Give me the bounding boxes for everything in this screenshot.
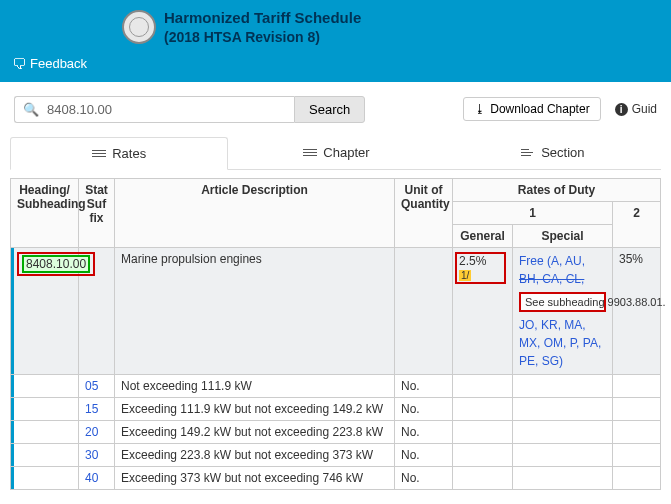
cell-special xyxy=(512,420,612,443)
list-icon xyxy=(303,149,317,156)
table-header-row-1: Heading/ Subheading Stat Suf fix Article… xyxy=(11,178,661,201)
search-input[interactable] xyxy=(45,101,286,118)
tariff-table: Heading/ Subheading Stat Suf fix Article… xyxy=(10,178,661,490)
th-unit: Unit of Quantity xyxy=(394,178,452,247)
cell-description: Marine propulsion engines xyxy=(115,247,395,374)
cell-unit: No. xyxy=(394,397,452,420)
general-value: 2.5% xyxy=(459,254,486,268)
th-description: Article Description xyxy=(115,178,395,247)
search-icon: 🔍 xyxy=(23,102,39,117)
cell-col2 xyxy=(612,397,660,420)
th-suffix: Stat Suf fix xyxy=(79,178,115,247)
cell-heading xyxy=(11,397,79,420)
search-button[interactable]: Search xyxy=(294,96,365,123)
list-icon xyxy=(92,150,106,157)
cell-special: Free (A, AU, BH, CA, CL, See subheading … xyxy=(512,247,612,374)
cell-description: Exceeding 149.2 kW but not exceeding 223… xyxy=(115,420,395,443)
search-group: 🔍 Search xyxy=(14,96,365,123)
cell-unit: No. xyxy=(394,420,452,443)
cell-unit: No. xyxy=(394,374,452,397)
content-area: Heading/ Subheading Stat Suf fix Article… xyxy=(0,170,671,502)
special-text: MX, OM, P, PA, xyxy=(519,334,606,352)
subheading-note: See subheading 9903.88.01. xyxy=(519,292,606,312)
tab-chapter[interactable]: Chapter xyxy=(228,137,444,169)
toolbar: 🔍 Search ⭳ Download Chapter i Guid xyxy=(0,82,671,131)
guide-link[interactable]: i Guid xyxy=(615,102,657,116)
cell-unit: No. xyxy=(394,466,452,489)
cell-description: Exceeding 373 kW but not exceeding 746 k… xyxy=(115,466,395,489)
tab-bar: Rates Chapter Section xyxy=(10,137,661,170)
seal-icon xyxy=(122,10,156,44)
feedback-link[interactable]: 🗨 Feedback xyxy=(12,56,87,72)
special-text: PE, SG) xyxy=(519,352,606,370)
cell-unit: No. xyxy=(394,443,452,466)
special-text: Free (A, AU, xyxy=(519,252,606,270)
feedback-label: Feedback xyxy=(30,56,87,71)
th-special: Special xyxy=(512,224,612,247)
cell-heading xyxy=(11,443,79,466)
th-col2: 2 xyxy=(612,201,660,247)
cell-special xyxy=(512,374,612,397)
tab-chapter-label: Chapter xyxy=(323,145,369,160)
cell-col2: 35% xyxy=(612,247,660,374)
th-heading: Heading/ Subheading xyxy=(11,178,79,247)
tab-rates[interactable]: Rates xyxy=(10,137,228,170)
special-text: BH, CA, CL, xyxy=(519,270,606,288)
page-title: Harmonized Tariff Schedule (2018 HTSA Re… xyxy=(164,8,361,46)
cell-general xyxy=(452,466,512,489)
cell-col2 xyxy=(612,420,660,443)
th-general: General xyxy=(452,224,512,247)
cell-general xyxy=(452,420,512,443)
cell-special xyxy=(512,466,612,489)
table-row-main: 8408.10.00 Marine propulsion engines 2.5… xyxy=(11,247,661,374)
download-label: Download Chapter xyxy=(490,102,589,116)
general-flag: 1/ xyxy=(459,270,471,281)
cell-suffix: 40 xyxy=(79,466,115,489)
cell-suffix: 05 xyxy=(79,374,115,397)
tab-section[interactable]: Section xyxy=(445,137,661,169)
guide-label: Guid xyxy=(632,102,657,116)
cell-unit xyxy=(394,247,452,374)
table-row: 40 Exceeding 373 kW but not exceeding 74… xyxy=(11,466,661,489)
tab-rates-label: Rates xyxy=(112,146,146,161)
table-row: 30 Exceeding 223.8 kW but not exceeding … xyxy=(11,443,661,466)
cell-general: 2.5% 1/ xyxy=(452,247,512,374)
page-header: Harmonized Tariff Schedule (2018 HTSA Re… xyxy=(0,0,671,82)
cell-suffix: 15 xyxy=(79,397,115,420)
cell-description: Not exceeding 111.9 kW xyxy=(115,374,395,397)
cell-general xyxy=(452,443,512,466)
cell-general xyxy=(452,397,512,420)
th-rates-group: Rates of Duty xyxy=(452,178,660,201)
download-icon: ⭳ xyxy=(474,102,486,116)
search-field-wrap: 🔍 xyxy=(14,96,294,123)
special-text: JO, KR, MA, xyxy=(519,316,606,334)
tab-section-label: Section xyxy=(541,145,584,160)
cell-suffix: 20 xyxy=(79,420,115,443)
speech-bubble-icon: 🗨 xyxy=(12,56,26,72)
download-chapter-button[interactable]: ⭳ Download Chapter xyxy=(463,97,600,121)
cell-col2 xyxy=(612,443,660,466)
heading-value: 8408.10.00 xyxy=(22,255,90,273)
cell-col2 xyxy=(612,374,660,397)
info-icon: i xyxy=(615,103,628,116)
cell-heading xyxy=(11,420,79,443)
cell-heading xyxy=(11,374,79,397)
table-row: 05 Not exceeding 111.9 kW No. xyxy=(11,374,661,397)
table-row: 15 Exceeding 111.9 kW but not exceeding … xyxy=(11,397,661,420)
cell-heading xyxy=(11,466,79,489)
cell-special xyxy=(512,397,612,420)
cell-description: Exceeding 223.8 kW but not exceeding 373… xyxy=(115,443,395,466)
cell-general xyxy=(452,374,512,397)
list-icon xyxy=(521,149,535,156)
cell-suffix: 30 xyxy=(79,443,115,466)
cell-description: Exceeding 111.9 kW but not exceeding 149… xyxy=(115,397,395,420)
th-col1: 1 xyxy=(452,201,612,224)
table-row: 20 Exceeding 149.2 kW but not exceeding … xyxy=(11,420,661,443)
cell-special xyxy=(512,443,612,466)
cell-heading: 8408.10.00 xyxy=(11,247,79,374)
cell-col2 xyxy=(612,466,660,489)
